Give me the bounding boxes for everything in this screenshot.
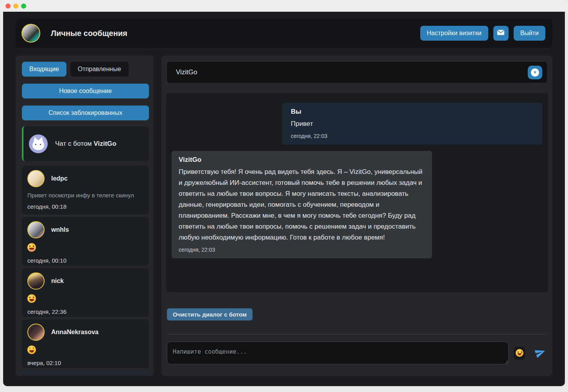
message-bubble-outgoing: Вы Привет сегодня, 22:03 [282,103,543,145]
blocked-list-button[interactable]: Список заблокированных [22,106,149,120]
message-time: вчера, 02:10 [27,360,143,366]
contact-name: ledpc [51,175,68,182]
message-input[interactable] [167,342,509,364]
input-divider [167,334,547,335]
message-time: сегодня, 22:03 [179,247,425,253]
contact-name: nick [51,277,64,285]
contact-name: AnnaNekrasova [51,329,99,336]
message-input-row [167,342,547,364]
tongue-out-emoji-icon [27,243,36,252]
messages-container[interactable]: Вы Привет сегодня, 22:03 VizitGo Приветс… [166,93,548,292]
next-chat-item-partial[interactable] [22,371,149,376]
message-preview: Привет посмотри инфу в телеге скинул [27,192,143,199]
page-title: Личные сообщения [51,29,127,38]
message-bubble-incoming: VizitGo Приветствую тебя! Я очень рад ви… [172,151,432,258]
header-actions: Настройки визитки Выйти [420,26,545,41]
contact-avatar [27,324,45,341]
chat-item-ledpc[interactable]: ledpc Привет посмотри инфу в телеге скин… [22,166,149,215]
card-settings-button[interactable]: Настройки визитки [420,26,488,41]
window-titlebar [0,0,568,12]
app-window: Личные сообщения Настройки визитки Выйти… [3,12,565,386]
new-message-button[interactable]: Новое сообщение [22,84,149,98]
contact-avatar [27,221,45,238]
chat-header: VizitGo × [167,62,547,83]
screen: Личные сообщения Настройки визитки Выйти… [0,0,568,392]
smiling-face-emoji-icon [516,349,523,357]
close-icon: × [531,68,539,77]
tab-inbox[interactable]: Входящие [22,62,66,77]
smiling-emoji-icon [27,345,36,354]
bot-avatar-cat-icon [29,134,48,153]
paper-plane-send-icon [535,347,546,359]
message-time: сегодня, 00:18 [27,203,143,210]
user-avatar[interactable] [22,24,40,43]
chat-item-wnhls[interactable]: wnhls сегодня, 00:10 [22,217,149,266]
envelope-icon [497,29,505,37]
message-author: VizitGo [179,156,425,164]
window-close-button[interactable] [5,4,11,9]
message-author: Вы [291,108,534,116]
bot-chat-item[interactable]: Чат с ботом VizitGo [22,126,149,161]
message-text: Привет [291,118,534,129]
message-preview [27,243,143,253]
message-preview [27,345,143,355]
window-minimize-button[interactable] [13,4,18,9]
contact-avatar [27,170,45,187]
chat-panel: VizitGo × Вы Привет сегодня, 22:03 Vizit… [161,55,552,376]
logout-button[interactable]: Выйти [514,26,545,41]
close-chat-button[interactable]: × [528,66,542,79]
chat-item-nick[interactable]: nick сегодня, 22:36 [22,268,149,317]
tab-sent[interactable]: Отправленные [70,62,129,77]
bot-chat-label: Чат с ботом VizitGo [55,140,116,148]
app-header: Личные сообщения Настройки визитки Выйти [16,19,552,48]
chat-title: VizitGo [176,68,197,76]
folder-tabs: Входящие Отправленные [22,62,149,77]
clear-bot-dialog-button[interactable]: Очистить диалог с ботом [167,308,253,320]
message-preview [27,294,143,304]
window-zoom-button[interactable] [21,4,26,9]
grinning-emoji-icon [27,294,36,303]
message-time: сегодня, 00:10 [27,257,143,264]
contact-name: wnhls [51,226,69,233]
emoji-picker-button[interactable] [513,346,525,360]
messages-button[interactable] [493,26,509,41]
send-message-button[interactable] [534,346,547,360]
sidebar: Входящие Отправленные Новое сообщение Сп… [16,55,154,376]
chat-item-annanekrasova[interactable]: AnnaNekrasova вчера, 02:10 [22,319,149,368]
message-text: Приветствую тебя! Я очень рад видеть теб… [179,166,425,243]
contact-avatar [27,272,45,290]
message-time: сегодня, 22:36 [27,308,143,315]
message-time: сегодня, 22:03 [291,133,534,139]
